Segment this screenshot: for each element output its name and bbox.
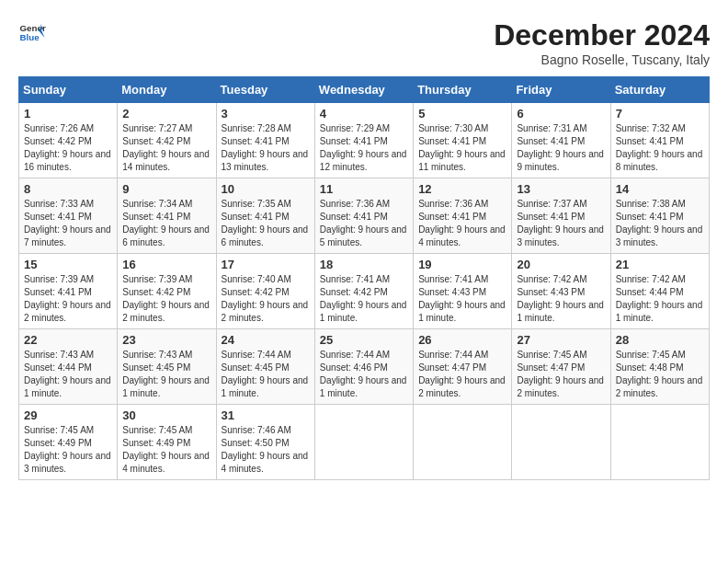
day-number: 27 [517,333,605,347]
day-cell-20: 20Sunrise: 7:42 AMSunset: 4:43 PMDayligh… [512,254,610,329]
empty-cell [414,405,512,480]
day-number: 9 [122,182,210,196]
month-title: December 2024 [494,18,710,52]
day-info: Sunrise: 7:44 AMSunset: 4:47 PMDaylight:… [418,349,506,400]
col-tuesday: Tuesday [216,77,314,103]
day-number: 11 [320,182,408,196]
day-cell-26: 26Sunrise: 7:44 AMSunset: 4:47 PMDayligh… [414,329,512,405]
day-cell-15: 15Sunrise: 7:39 AMSunset: 4:41 PMDayligh… [19,254,118,329]
day-cell-4: 4Sunrise: 7:29 AMSunset: 4:41 PMDaylight… [314,103,413,178]
day-cell-7: 7Sunrise: 7:32 AMSunset: 4:41 PMDaylight… [610,103,709,178]
day-number: 28 [616,333,704,347]
day-info: Sunrise: 7:40 AMSunset: 4:42 PMDaylight:… [222,273,310,325]
day-cell-25: 25Sunrise: 7:44 AMSunset: 4:46 PMDayligh… [314,329,413,405]
day-cell-23: 23Sunrise: 7:43 AMSunset: 4:45 PMDayligh… [118,329,216,405]
day-cell-3: 3Sunrise: 7:28 AMSunset: 4:41 PMDaylight… [216,103,314,178]
svg-text:Blue: Blue [20,32,40,42]
day-cell-11: 11Sunrise: 7:36 AMSunset: 4:41 PMDayligh… [314,178,413,254]
day-number: 17 [222,258,310,271]
day-number: 14 [616,182,704,196]
week-row-5: 29Sunrise: 7:45 AMSunset: 4:49 PMDayligh… [19,405,710,480]
day-number: 5 [418,107,506,121]
day-number: 12 [418,182,506,196]
day-number: 13 [517,182,605,196]
day-cell-16: 16Sunrise: 7:39 AMSunset: 4:42 PMDayligh… [118,254,216,329]
day-info: Sunrise: 7:43 AMSunset: 4:44 PMDaylight:… [24,349,112,400]
day-info: Sunrise: 7:42 AMSunset: 4:43 PMDaylight:… [517,273,605,325]
day-number: 15 [24,258,112,271]
day-info: Sunrise: 7:35 AMSunset: 4:41 PMDaylight:… [222,198,310,249]
day-cell-2: 2Sunrise: 7:27 AMSunset: 4:42 PMDaylight… [118,103,216,178]
day-cell-1: 1Sunrise: 7:26 AMSunset: 4:42 PMDaylight… [19,103,118,178]
empty-cell [314,405,413,480]
col-monday: Monday [118,77,216,103]
day-info: Sunrise: 7:42 AMSunset: 4:44 PMDaylight:… [616,273,704,325]
day-number: 24 [222,333,310,347]
week-row-1: 1Sunrise: 7:26 AMSunset: 4:42 PMDaylight… [19,103,710,178]
day-info: Sunrise: 7:36 AMSunset: 4:41 PMDaylight:… [320,198,408,249]
col-wednesday: Wednesday [314,77,413,103]
day-cell-30: 30Sunrise: 7:45 AMSunset: 4:49 PMDayligh… [118,405,216,480]
day-info: Sunrise: 7:34 AMSunset: 4:41 PMDaylight:… [122,198,210,249]
day-number: 2 [122,107,210,121]
day-info: Sunrise: 7:45 AMSunset: 4:48 PMDaylight:… [616,349,704,400]
day-info: Sunrise: 7:46 AMSunset: 4:50 PMDaylight:… [222,424,310,476]
day-info: Sunrise: 7:41 AMSunset: 4:42 PMDaylight:… [320,273,408,325]
day-info: Sunrise: 7:33 AMSunset: 4:41 PMDaylight:… [24,198,112,249]
day-cell-31: 31Sunrise: 7:46 AMSunset: 4:50 PMDayligh… [216,405,314,480]
logo: General Blue [18,18,46,46]
header: General Blue December 2024 Bagno Roselle… [18,18,710,67]
day-number: 23 [122,333,210,347]
day-info: Sunrise: 7:30 AMSunset: 4:41 PMDaylight:… [418,122,506,174]
day-info: Sunrise: 7:32 AMSunset: 4:41 PMDaylight:… [616,122,704,174]
day-number: 16 [122,258,210,271]
day-info: Sunrise: 7:28 AMSunset: 4:41 PMDaylight:… [222,122,310,174]
empty-cell [610,405,709,480]
day-number: 3 [222,107,310,121]
empty-cell [512,405,610,480]
day-info: Sunrise: 7:26 AMSunset: 4:42 PMDaylight:… [24,122,112,174]
day-cell-17: 17Sunrise: 7:40 AMSunset: 4:42 PMDayligh… [216,254,314,329]
day-cell-28: 28Sunrise: 7:45 AMSunset: 4:48 PMDayligh… [610,329,709,405]
header-row: Sunday Monday Tuesday Wednesday Thursday… [19,77,710,103]
col-sunday: Sunday [19,77,118,103]
day-cell-19: 19Sunrise: 7:41 AMSunset: 4:43 PMDayligh… [414,254,512,329]
day-number: 30 [122,408,210,422]
day-number: 1 [24,107,112,121]
day-info: Sunrise: 7:43 AMSunset: 4:45 PMDaylight:… [122,349,210,400]
day-number: 8 [24,182,112,196]
day-info: Sunrise: 7:45 AMSunset: 4:49 PMDaylight:… [24,424,112,476]
day-info: Sunrise: 7:44 AMSunset: 4:46 PMDaylight:… [320,349,408,400]
day-cell-27: 27Sunrise: 7:45 AMSunset: 4:47 PMDayligh… [512,329,610,405]
day-cell-13: 13Sunrise: 7:37 AMSunset: 4:41 PMDayligh… [512,178,610,254]
week-row-3: 15Sunrise: 7:39 AMSunset: 4:41 PMDayligh… [19,254,710,329]
week-row-2: 8Sunrise: 7:33 AMSunset: 4:41 PMDaylight… [19,178,710,254]
day-cell-22: 22Sunrise: 7:43 AMSunset: 4:44 PMDayligh… [19,329,118,405]
location-title: Bagno Roselle, Tuscany, Italy [494,52,710,67]
day-info: Sunrise: 7:44 AMSunset: 4:45 PMDaylight:… [222,349,310,400]
calendar-table: Sunday Monday Tuesday Wednesday Thursday… [18,76,710,480]
day-info: Sunrise: 7:27 AMSunset: 4:42 PMDaylight:… [122,122,210,174]
day-cell-12: 12Sunrise: 7:36 AMSunset: 4:41 PMDayligh… [414,178,512,254]
day-number: 4 [320,107,408,121]
day-cell-21: 21Sunrise: 7:42 AMSunset: 4:44 PMDayligh… [610,254,709,329]
col-saturday: Saturday [610,77,709,103]
day-cell-9: 9Sunrise: 7:34 AMSunset: 4:41 PMDaylight… [118,178,216,254]
day-cell-29: 29Sunrise: 7:45 AMSunset: 4:49 PMDayligh… [19,405,118,480]
day-number: 20 [517,258,605,271]
day-number: 10 [222,182,310,196]
day-number: 19 [418,258,506,271]
col-friday: Friday [512,77,610,103]
day-number: 29 [24,408,112,422]
day-number: 21 [616,258,704,271]
week-row-4: 22Sunrise: 7:43 AMSunset: 4:44 PMDayligh… [19,329,710,405]
day-cell-8: 8Sunrise: 7:33 AMSunset: 4:41 PMDaylight… [19,178,118,254]
day-info: Sunrise: 7:45 AMSunset: 4:49 PMDaylight:… [122,424,210,476]
day-number: 26 [418,333,506,347]
day-number: 31 [222,408,310,422]
day-info: Sunrise: 7:31 AMSunset: 4:41 PMDaylight:… [517,122,605,174]
col-thursday: Thursday [414,77,512,103]
day-number: 7 [616,107,704,121]
day-cell-18: 18Sunrise: 7:41 AMSunset: 4:42 PMDayligh… [314,254,413,329]
day-number: 22 [24,333,112,347]
